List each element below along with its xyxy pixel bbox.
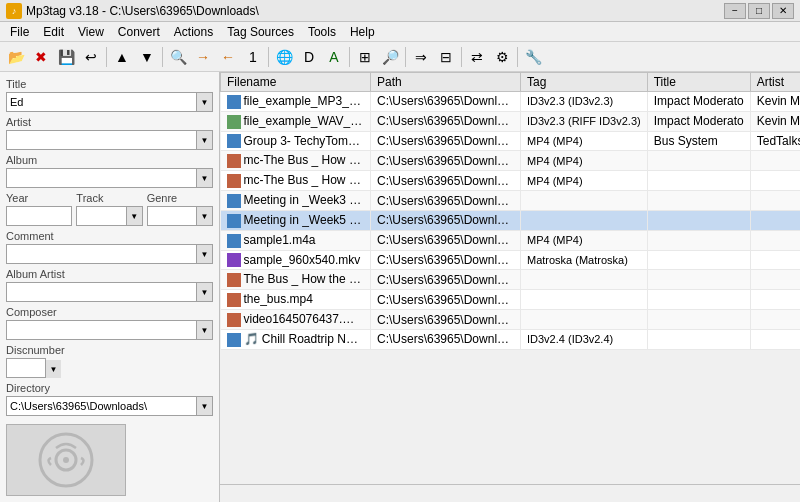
discnumber-input[interactable] [6,358,46,378]
tag-sources-button[interactable]: 🔍 [166,45,190,69]
album-artist-input[interactable] [6,282,213,302]
menu-tools[interactable]: Tools [302,23,342,41]
table-row[interactable]: mc-The Bus _ How the c...C:\Users\63965\… [221,151,801,171]
tag-to-filename-button[interactable]: → [191,45,215,69]
cell-tag: Matroska (Matroska) [521,250,648,270]
status-bar [220,484,800,502]
genre-field-group: Genre ▼ [147,192,213,226]
table-row[interactable]: The Bus _ How the comp...C:\Users\63965\… [221,270,801,290]
close-button[interactable]: ✕ [772,3,794,19]
auto-number-button[interactable]: 1 [241,45,265,69]
toolbar: 📂 ✖ 💾 ↩ ▲ ▼ 🔍 → ← 1 🌐 D A ⊞ 🔎 ⇒ ⊟ ⇄ ⚙ 🔧 [0,42,800,72]
table-row[interactable]: sample_960x540.mkvC:\Users\63965\Downloa… [221,250,801,270]
move-down-button[interactable]: ▼ [135,45,159,69]
composer-field-group: Composer ▼ [6,306,213,340]
table-row[interactable]: file_example_WAV_1MG...C:\Users\63965\Do… [221,111,801,131]
directory-input[interactable] [6,396,213,416]
actions-button[interactable]: ⚙ [490,45,514,69]
file-table-body: file_example_MP3_2MG...C:\Users\63965\Do… [221,92,801,350]
remove-button[interactable]: ✖ [29,45,53,69]
table-row[interactable]: Meeting in _Week3 - Oct...C:\Users\63965… [221,191,801,211]
directory-field-group: Directory ▼ [6,382,213,416]
composer-combo-arrow[interactable]: ▼ [196,321,212,339]
minimize-button[interactable]: − [724,3,746,19]
composer-input[interactable] [6,320,213,340]
menu-convert[interactable]: Convert [112,23,166,41]
album-input-combo: ▼ [6,168,213,188]
title-combo-arrow[interactable]: ▼ [196,93,212,111]
convert-button[interactable]: ⇄ [465,45,489,69]
cell-tag: ID3v2.3 (RIFF ID3v2.3) [521,111,648,131]
menu-help[interactable]: Help [344,23,381,41]
title-bar: ♪ Mp3tag v3.18 - C:\Users\63965\Download… [0,0,800,22]
find-button[interactable]: 🔎 [378,45,402,69]
table-row[interactable]: file_example_MP3_2MG...C:\Users\63965\Do… [221,92,801,112]
table-row[interactable]: sample1.m4aC:\Users\63965\Downloa...MP4 … [221,230,801,250]
col-header-tag[interactable]: Tag [521,73,648,92]
main-area: Title ▼ Artist ▼ Album ▼ Year [0,72,800,502]
comment-field-group: Comment ▼ [6,230,213,264]
table-row[interactable]: video1645076437.mp4C:\Users\63965\Downlo… [221,310,801,330]
col-header-path[interactable]: Path [371,73,521,92]
comment-combo-arrow[interactable]: ▼ [196,245,212,263]
maximize-button[interactable]: □ [748,3,770,19]
album-artist-combo-arrow[interactable]: ▼ [196,283,212,301]
discogs-button[interactable]: D [297,45,321,69]
menu-bar: File Edit View Convert Actions Tag Sourc… [0,22,800,42]
discnumber-combo-arrow[interactable]: ▼ [45,360,61,378]
title-input[interactable] [6,92,213,112]
menu-tag-sources[interactable]: Tag Sources [221,23,300,41]
menu-actions[interactable]: Actions [168,23,219,41]
freedb-button[interactable]: 🌐 [272,45,296,69]
open-folder-button[interactable]: 📂 [4,45,28,69]
album-input[interactable] [6,168,213,188]
cell-title [647,329,750,349]
settings-button[interactable]: 🔧 [521,45,545,69]
filter-button[interactable]: ⊞ [353,45,377,69]
menu-file[interactable]: File [4,23,35,41]
extended-tags-button[interactable]: ⊟ [434,45,458,69]
table-row[interactable]: Group 3- TechyTomato...C:\Users\63965\Do… [221,131,801,151]
track-combo-arrow[interactable]: ▼ [126,207,142,225]
export-button[interactable]: ⇒ [409,45,433,69]
filename-to-tag-button[interactable]: ← [216,45,240,69]
cell-filename: Meeting in _Week3 - Oct... [221,191,371,211]
cell-artist: Kevin MacLeod [750,92,800,112]
col-header-title[interactable]: Title [647,73,750,92]
cell-artist [750,270,800,290]
save-button[interactable]: 💾 [54,45,78,69]
directory-combo-arrow[interactable]: ▼ [196,397,212,415]
table-row[interactable]: Meeting in _Week5 - No...C:\Users\63965\… [221,210,801,230]
album-artist-input-combo: ▼ [6,282,213,302]
cell-path: C:\Users\63965\Downloa... [371,131,521,151]
cell-title [647,310,750,330]
cell-path: C:\Users\63965\Downloa... [371,191,521,211]
table-row[interactable]: the_bus.mp4C:\Users\63965\Downloa... [221,290,801,310]
toolbar-sep-2 [162,47,163,67]
cell-filename: file_example_MP3_2MG... [221,92,371,112]
year-input[interactable] [6,206,72,226]
menu-edit[interactable]: Edit [37,23,70,41]
artist-input[interactable] [6,130,213,150]
cell-path: C:\Users\63965\Downloa... [371,250,521,270]
cell-filename: file_example_WAV_1MG... [221,111,371,131]
cell-title: Bus System [647,131,750,151]
genre-combo-arrow[interactable]: ▼ [196,207,212,225]
cell-filename: Meeting in _Week5 - No... [221,210,371,230]
table-row[interactable]: mc-The Bus _ How the c...C:\Users\63965\… [221,171,801,191]
undo-button[interactable]: ↩ [79,45,103,69]
artist-combo-arrow[interactable]: ▼ [196,131,212,149]
album-art [6,424,126,496]
amazon-button[interactable]: A [322,45,346,69]
menu-view[interactable]: View [72,23,110,41]
cell-title [647,191,750,211]
album-combo-arrow[interactable]: ▼ [196,169,212,187]
cell-filename: sample_960x540.mkv [221,250,371,270]
directory-label: Directory [6,382,213,394]
col-header-artist[interactable]: Artist [750,73,800,92]
move-up-button[interactable]: ▲ [110,45,134,69]
table-row[interactable]: 🎵 Chill Roadtrip No Co...C:\Users\63965\… [221,329,801,349]
col-header-filename[interactable]: Filename [221,73,371,92]
cell-title: Impact Moderato [647,111,750,131]
comment-input[interactable] [6,244,213,264]
